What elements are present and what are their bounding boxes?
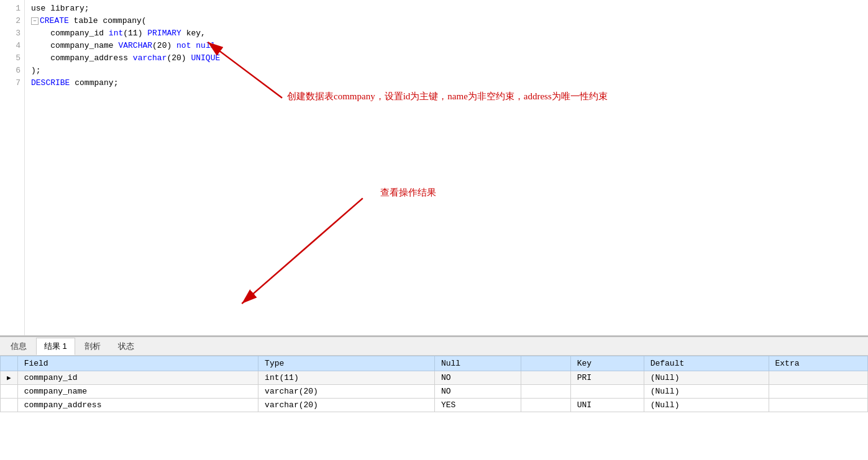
field-name: commpany_id — [17, 371, 258, 385]
table-row[interactable]: commpany_name varchar(20) NO (Null) — [1, 385, 868, 399]
field-default: (Null) — [644, 385, 769, 399]
code-line-4: commpany_name VARCHAR(20) not null, — [31, 40, 868, 52]
code-text — [191, 40, 196, 52]
col-type-header: Type — [258, 356, 435, 371]
col-null-header: Null — [434, 356, 521, 371]
line-numbers: 1 2 3 4 5 6 7 — [0, 0, 25, 335]
code-line-3: commpany_id int(11) PRIMARY key, — [31, 27, 868, 40]
field-name: commpany_address — [17, 399, 258, 412]
tab-info[interactable]: 信息 — [2, 338, 35, 355]
code-line-5: commpany_address varchar(20) UNIQUE — [31, 52, 868, 65]
col-indicator-header — [1, 356, 18, 371]
table-row[interactable]: commpany_address varchar(20) YES UNI (Nu… — [1, 399, 868, 412]
code-line-1: use library; — [31, 2, 868, 15]
tab-result1[interactable]: 结果 1 — [36, 338, 75, 355]
code-text: commpany_id — [31, 27, 109, 40]
keyword-primary: PRIMARY — [147, 27, 181, 40]
code-text: (20) — [152, 40, 176, 52]
keyword-int: int — [109, 27, 123, 40]
row-indicator — [1, 399, 18, 412]
svg-line-3 — [242, 198, 363, 304]
col-empty-header — [521, 356, 570, 371]
field-default: (Null) — [644, 399, 769, 412]
code-text: (11) — [123, 27, 147, 40]
field-null: NO — [434, 371, 521, 385]
annotation-text-2: 查看操作结果 — [380, 186, 436, 199]
field-empty — [521, 371, 570, 385]
row-indicator — [1, 385, 18, 399]
code-line-7: DESCRIBE commpany; — [31, 77, 868, 89]
keyword-unique: UNIQUE — [191, 52, 220, 65]
fold-icon[interactable]: − — [31, 17, 39, 25]
keyword-varchar2: varchar — [133, 52, 167, 65]
table-row[interactable]: ▶ commpany_id int(11) NO PRI (Null) — [1, 371, 868, 385]
field-extra — [769, 399, 867, 412]
code-text: commpany; — [70, 77, 118, 89]
code-line-6: ); — [31, 65, 868, 77]
field-key: UNI — [570, 399, 644, 412]
keyword-not: not — [176, 40, 191, 52]
col-default-header: Default — [644, 356, 769, 371]
field-extra — [769, 371, 867, 385]
editor-area: 1 2 3 4 5 6 7 use library; −CREATE table… — [0, 0, 868, 336]
code-text: commpany_address — [31, 52, 133, 65]
field-null: NO — [434, 385, 521, 399]
field-extra — [769, 385, 867, 399]
code-content[interactable]: use library; −CREATE table commpany( com… — [25, 0, 868, 335]
tab-profiling[interactable]: 剖析 — [76, 338, 109, 355]
code-text: use library; — [31, 2, 89, 15]
code-text: ); — [31, 65, 41, 77]
annotation-text-1: 创建数据表commpany，设置id为主键，name为非空约束，address为… — [287, 90, 608, 102]
code-text: table commpany( — [69, 15, 147, 27]
col-field-header: Field — [17, 356, 258, 371]
code-text: key, — [181, 27, 206, 40]
code-text: (20) — [167, 52, 191, 65]
field-type: varchar(20) — [258, 385, 435, 399]
row-indicator: ▶ — [1, 371, 18, 385]
keyword-create: CREATE — [40, 15, 69, 27]
field-type: varchar(20) — [258, 399, 435, 412]
field-key: PRI — [570, 371, 644, 385]
code-line-2: −CREATE table commpany( — [31, 15, 868, 27]
field-name: commpany_name — [17, 385, 258, 399]
keyword-varchar: VARCHAR — [118, 40, 152, 52]
field-empty — [521, 385, 570, 399]
keyword-describe: DESCRIBE — [31, 77, 70, 89]
field-type: int(11) — [258, 371, 435, 385]
keyword-null: null — [196, 40, 215, 52]
table-container: Field Type Null Key Default Extra ▶ comm… — [0, 356, 868, 460]
code-text: , — [216, 40, 221, 52]
field-empty — [521, 399, 570, 412]
bottom-panel: 信息 结果 1 剖析 状态 Field Type Null Key Defaul… — [0, 336, 868, 460]
field-null: YES — [434, 399, 521, 412]
field-default: (Null) — [644, 371, 769, 385]
field-key — [570, 385, 644, 399]
result-table: Field Type Null Key Default Extra ▶ comm… — [0, 356, 868, 412]
code-text: commpany_name — [31, 40, 118, 52]
col-key-header: Key — [570, 356, 644, 371]
tab-status[interactable]: 状态 — [110, 338, 142, 355]
col-extra-header: Extra — [769, 356, 867, 371]
tabs-bar: 信息 结果 1 剖析 状态 — [0, 337, 868, 356]
